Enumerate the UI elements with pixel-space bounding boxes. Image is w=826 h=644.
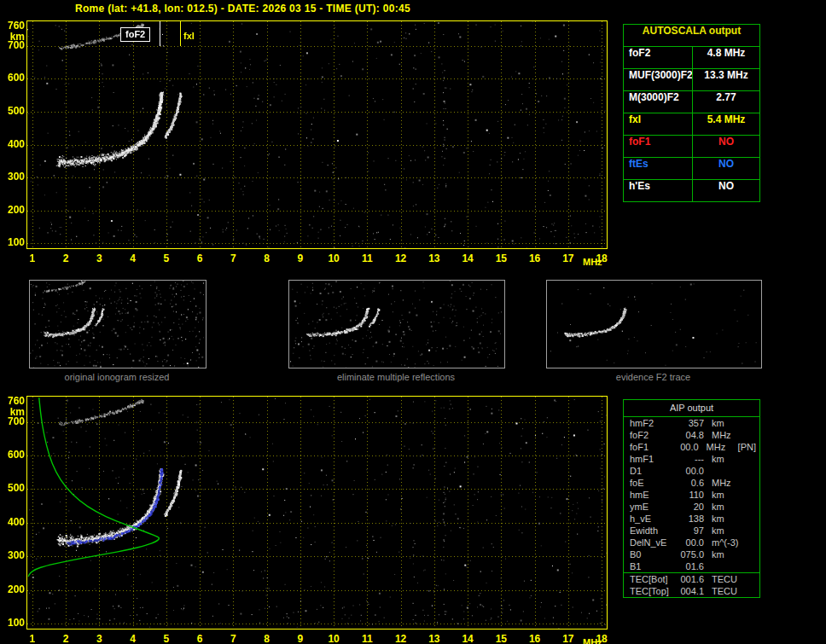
aip-param-label: DelN_vE bbox=[624, 537, 675, 548]
aip-param-label: Ewidth bbox=[624, 525, 675, 537]
fxi-marker-line bbox=[180, 21, 181, 46]
x-tick-label: 17 bbox=[559, 252, 578, 264]
x-tick-label: 5 bbox=[157, 633, 176, 644]
y-tick-label: 200 bbox=[2, 204, 25, 216]
autoscala-param-value: 4.8 MHz bbox=[692, 47, 759, 68]
x-tick-label: 10 bbox=[324, 252, 343, 264]
aip-param-unit: TECU bbox=[704, 585, 746, 597]
x-tick-label: 7 bbox=[224, 633, 242, 644]
aip-param-value: 357 bbox=[675, 417, 704, 429]
autoscala-param-label: ftEs bbox=[624, 158, 692, 179]
aip-table-row: ymE20km bbox=[624, 501, 759, 513]
aip-table-row: D100.0 bbox=[624, 465, 759, 477]
aip-table-row: hmE110km bbox=[624, 489, 759, 501]
x-tick-label: 14 bbox=[458, 633, 477, 644]
y-tick-label: 760 bbox=[2, 20, 25, 32]
autoscala-table-row: ftEsNO bbox=[624, 157, 759, 179]
aip-param-unit: MHz bbox=[704, 429, 746, 441]
aip-param-unit: km bbox=[704, 525, 746, 537]
x-tick-label: 10 bbox=[324, 633, 343, 644]
x-tick-label: 13 bbox=[425, 252, 444, 264]
aip-param-unit: MHz bbox=[699, 441, 738, 453]
aip-table-row: foF100.0MHz[PN] bbox=[624, 441, 759, 453]
x-axis-unit-label: MHz bbox=[583, 257, 602, 267]
x-tick-label: 9 bbox=[291, 252, 310, 264]
aip-param-value: 138 bbox=[675, 513, 704, 525]
autoscala-param-value: 5.4 MHz bbox=[692, 113, 759, 135]
aip-param-value: --- bbox=[675, 453, 704, 465]
x-tick-label: 15 bbox=[492, 252, 510, 264]
aip-param-label: TEC[Bot] bbox=[624, 573, 675, 585]
aip-param-label: hmF2 bbox=[624, 417, 675, 429]
aip-param-label: foF1 bbox=[624, 441, 672, 453]
aip-param-note: [PN] bbox=[738, 441, 759, 453]
autoscala-param-value: NO bbox=[692, 180, 759, 201]
autoscala-param-value: NO bbox=[692, 158, 759, 179]
aip-param-unit: km bbox=[704, 489, 746, 501]
autoscala-param-value: 13.3 MHz bbox=[692, 69, 759, 90]
x-tick-label: 16 bbox=[526, 633, 544, 644]
autoscala-param-label: fxI bbox=[624, 113, 692, 135]
thumbnail-eliminate-reflections bbox=[288, 280, 505, 368]
autoscala-table-row: h'EsNO bbox=[624, 179, 759, 201]
aip-param-value: 04.8 bbox=[675, 429, 704, 441]
y-tick-label: 400 bbox=[2, 138, 25, 150]
aip-param-unit: km bbox=[704, 513, 746, 525]
thumbnail-canvas-evidence bbox=[547, 281, 759, 368]
autoscala-param-value: NO bbox=[692, 136, 759, 157]
x-tick-label: 17 bbox=[559, 633, 578, 644]
x-tick-label: 8 bbox=[258, 252, 276, 264]
autoscala-table-title: AUTOSCALA output bbox=[624, 25, 759, 46]
fxi-marker-label: fxI bbox=[183, 31, 195, 41]
autoscala-param-label: foF2 bbox=[624, 47, 692, 68]
aip-param-label: B0 bbox=[624, 548, 675, 560]
fof2-marker-line bbox=[160, 21, 160, 46]
x-tick-label: 8 bbox=[258, 633, 276, 644]
aip-param-value: 00.0 bbox=[675, 465, 704, 477]
thumbnail-caption-original: original ionogram resized bbox=[29, 372, 205, 382]
autoscala-output-table: AUTOSCALA output foF24.8 MHzMUF(3000)F21… bbox=[623, 24, 760, 202]
aip-param-label: foF2 bbox=[624, 429, 675, 441]
aip-table-row: TEC[Bot]001.6TECU bbox=[624, 572, 759, 585]
aip-table-row: DelN_vE00.0m^(-3) bbox=[624, 537, 759, 548]
y-tick-label: 300 bbox=[2, 549, 25, 561]
x-tick-label: 15 bbox=[492, 633, 510, 644]
y-tick-label: 760 bbox=[2, 395, 25, 407]
aip-param-unit: km bbox=[704, 501, 746, 513]
aip-param-unit: km bbox=[704, 417, 746, 429]
aip-param-label: ymE bbox=[624, 501, 675, 513]
y-axis-unit-label: km bbox=[2, 406, 25, 418]
thumbnail-original-ionogram bbox=[29, 280, 206, 368]
aip-param-value: 00.0 bbox=[675, 537, 704, 548]
autoscala-screen: Rome (lat: +41.8, lon: 012.5) - DATE: 20… bbox=[0, 0, 826, 644]
aip-table-row: TEC[Top]004.1TECU bbox=[624, 585, 759, 597]
x-tick-label: 9 bbox=[291, 633, 310, 644]
thumbnail-evidence-f2 bbox=[546, 280, 762, 368]
x-tick-label: 13 bbox=[425, 633, 444, 644]
autoscala-param-value: 2.77 bbox=[692, 91, 759, 113]
y-tick-label: 600 bbox=[2, 449, 25, 461]
y-tick-label: 500 bbox=[2, 105, 25, 117]
aip-param-unit: km bbox=[704, 453, 746, 465]
aip-param-unit: km bbox=[704, 548, 746, 560]
aip-param-value: 20 bbox=[675, 501, 704, 513]
y-tick-label: 200 bbox=[2, 583, 25, 595]
ionogram-plot-top: foF2 fxI bbox=[26, 20, 608, 249]
aip-param-label: D1 bbox=[624, 465, 675, 477]
x-tick-label: 3 bbox=[90, 633, 108, 644]
aip-table-row: Ewidth97km bbox=[624, 525, 759, 537]
aip-param-label: h_vE bbox=[624, 513, 675, 525]
x-tick-label: 2 bbox=[56, 633, 75, 644]
page-title: Rome (lat: +41.8, lon: 012.5) - DATE: 20… bbox=[75, 3, 410, 15]
x-axis-unit-label: MHz bbox=[583, 637, 602, 644]
aip-table-title: AIP output bbox=[624, 400, 759, 417]
aip-param-value: 97 bbox=[675, 525, 704, 537]
aip-param-unit: TECU bbox=[704, 573, 746, 585]
aip-table-row: hmF2357km bbox=[624, 417, 759, 429]
aip-param-value: 004.1 bbox=[675, 585, 704, 597]
y-tick-label: 100 bbox=[2, 236, 25, 248]
autoscala-table-row: foF1NO bbox=[624, 135, 759, 157]
aip-table-row: B0075.0km bbox=[624, 548, 759, 560]
y-tick-label: 100 bbox=[2, 617, 25, 629]
thumbnail-canvas-eliminate bbox=[289, 281, 503, 368]
